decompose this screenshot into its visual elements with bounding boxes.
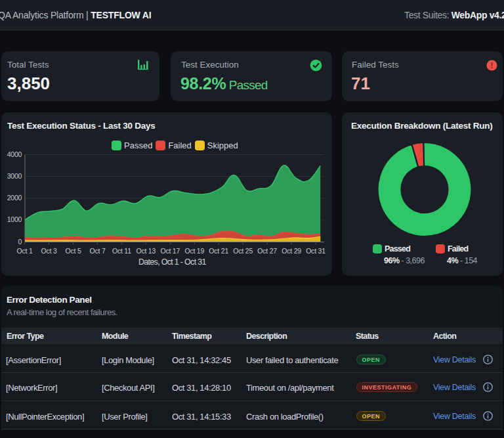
svg-text:0: 0	[18, 238, 22, 246]
svg-text:Oct 25: Oct 25	[233, 247, 253, 255]
svg-text:Oct 5: Oct 5	[65, 247, 81, 255]
svg-text:4000: 4000	[7, 150, 22, 158]
svg-text:Oct 27: Oct 27	[257, 247, 277, 255]
svg-text:2000: 2000	[7, 194, 22, 202]
svg-text:1000: 1000	[7, 215, 22, 223]
svg-text:Oct 31: Oct 31	[306, 247, 326, 255]
svg-text:Oct 3: Oct 3	[41, 247, 57, 255]
svg-text:Oct 17: Oct 17	[160, 247, 180, 255]
svg-text:Oct 11: Oct 11	[112, 247, 131, 255]
svg-text:3000: 3000	[7, 172, 22, 180]
svg-text:Oct 21: Oct 21	[209, 247, 228, 255]
svg-text:Oct 29: Oct 29	[282, 247, 301, 255]
svg-text:Oct 19: Oct 19	[184, 247, 204, 255]
svg-text:Oct 13: Oct 13	[136, 247, 156, 255]
svg-text:Oct 1: Oct 1	[17, 247, 33, 255]
svg-text:Oct 7: Oct 7	[89, 247, 105, 255]
